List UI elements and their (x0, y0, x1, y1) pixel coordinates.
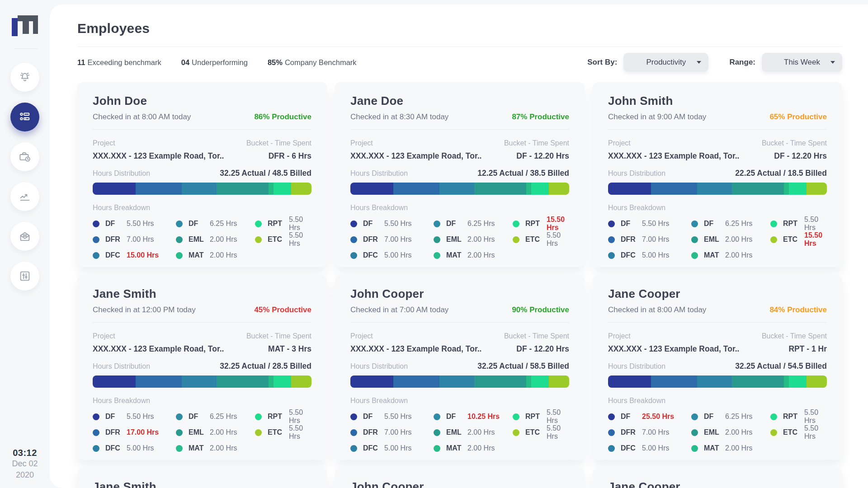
bucket-color-dot (770, 236, 777, 243)
bucket-color-dot (93, 429, 99, 436)
bucket-hours: 2.00 Hrs (210, 444, 237, 452)
range-dropdown[interactable]: This Week (762, 53, 842, 72)
bucket-color-dot (434, 252, 440, 259)
employee-card[interactable]: John Cooper Checked in at 7:00 AM today … (335, 275, 585, 460)
hours-breakdown-label: Hours Breakdown (350, 204, 569, 212)
breakdown-item: DFR7.00 Hrs (608, 427, 691, 438)
bucket-value: DF - 12.20 Hrs (516, 344, 569, 354)
bucket-hours: 5.50 Hrs (384, 220, 411, 228)
breakdown-item: DF5.50 Hrs (608, 218, 691, 230)
bucket-code: EML (704, 235, 725, 244)
breakdown-item: DF6.25 Hrs (176, 411, 255, 422)
hours-breakdown-legend: DF5.50 HrsDFR7.00 HrsDFC5.00 HrsDF6.25 H… (350, 218, 569, 261)
hours-breakdown-label: Hours Breakdown (608, 397, 827, 405)
bucket-color-dot (176, 221, 183, 227)
bucket-code: EML (446, 428, 467, 436)
breakdown-item: EML2.00 Hrs (434, 234, 513, 245)
distribution-segment (393, 375, 440, 388)
distribution-segment (651, 375, 698, 388)
bucket-color-dot (608, 252, 615, 259)
hours-distribution-bar (93, 183, 311, 195)
bucket-code: EML (704, 428, 725, 436)
employee-card[interactable]: John Smith Checked in at 9:00 AM today 6… (593, 82, 842, 267)
bucket-code: ETC (525, 235, 547, 244)
nav-analytics[interactable] (10, 182, 39, 211)
nav-employees[interactable] (10, 103, 39, 131)
distribution-segment (182, 375, 217, 388)
employee-card[interactable]: Jane Cooper (593, 468, 842, 488)
bucket-color-dot (770, 413, 777, 420)
employee-card[interactable]: Jane Smith (77, 468, 327, 488)
card-divider (350, 322, 569, 323)
hours-distribution-bar (93, 375, 311, 388)
bucket-color-dot (176, 252, 183, 259)
bucket-hours: 5.00 Hrs (384, 251, 411, 259)
app-logo[interactable] (12, 15, 39, 36)
bucket-color-dot (691, 429, 698, 436)
bucket-hours: 5.00 Hrs (127, 444, 154, 452)
bucket-hours: 5.50 Hrs (547, 408, 569, 425)
employee-card[interactable]: Jane Doe Checked in at 8:30 AM today 87%… (335, 82, 585, 267)
checked-in-time: Checked in at 9:00 AM today (608, 113, 706, 122)
productivity-badge: 86% Productive (254, 113, 311, 122)
employee-list-icon (18, 110, 32, 124)
bucket-color-dot (176, 236, 183, 243)
bucket-code: RPT (268, 220, 289, 228)
breakdown-item: DF6.25 Hrs (691, 411, 770, 422)
bucket-code: RPT (783, 413, 804, 421)
nav-work-time[interactable] (10, 142, 39, 171)
project-label: Project (608, 139, 631, 147)
bucket-color-dot (93, 221, 99, 227)
employee-name: Jane Smith (93, 480, 311, 488)
bucket-color-dot (608, 429, 615, 436)
bucket-code: DFR (105, 428, 127, 436)
hours-breakdown-legend: DF5.50 HrsDFR7.00 HrsDFC5.00 HrsDF6.25 H… (608, 218, 827, 261)
bucket-code: ETC (783, 235, 804, 244)
employee-card[interactable]: Jane Smith Checked in at 12:00 PM today … (77, 275, 327, 460)
bucket-code: DFC (105, 251, 127, 259)
bucket-hours: 7.00 Hrs (642, 428, 669, 436)
bucket-hours: 15.00 Hrs (127, 251, 159, 259)
breakdown-item: DFC5.00 Hrs (350, 442, 434, 454)
stat-exceeding-value: 11 (77, 58, 85, 66)
employee-card[interactable]: John Doe Checked in at 8:00 AM today 86%… (77, 82, 327, 267)
sort-by-value: Productivity (646, 58, 686, 67)
nav-notifications[interactable] (10, 63, 39, 92)
project-value: XXX.XXX - 123 Example Road, Tor.. (93, 344, 224, 354)
bucket-hours: 5.50 Hrs (804, 408, 827, 425)
distribution-segment (291, 183, 311, 195)
bucket-hours: 6.25 Hrs (210, 220, 237, 228)
bucket-label: Bucket - Time Spent (246, 139, 311, 147)
stat-underperforming-label: Underperforming (192, 58, 248, 66)
mail-icon (18, 230, 32, 243)
bucket-hours: 5.50 Hrs (289, 424, 311, 441)
actual-billed-value: 32.25 Actual / 28.5 Billed (220, 361, 311, 371)
bucket-hours: 5.50 Hrs (127, 220, 154, 228)
bucket-label: Bucket - Time Spent (246, 332, 311, 340)
range-value: This Week (784, 58, 820, 67)
bucket-code: MAT (704, 251, 725, 259)
bucket-hours: 6.25 Hrs (467, 220, 495, 228)
distribution-segment (291, 375, 311, 388)
bucket-code: DF (105, 413, 127, 421)
employee-card[interactable]: Jane Cooper Checked in at 8:00 AM today … (593, 275, 842, 460)
bucket-code: DF (446, 220, 467, 228)
sort-by-dropdown[interactable]: Productivity (623, 53, 708, 72)
distribution-segment (217, 375, 269, 388)
bucket-color-dot (93, 252, 99, 259)
project-label: Project (93, 332, 115, 340)
distribution-segment (136, 375, 182, 388)
employee-name: Jane Cooper (608, 480, 827, 488)
distribution-segment (217, 183, 269, 195)
nav-settings[interactable] (10, 262, 39, 291)
checked-in-time: Checked in at 8:00 AM today (93, 113, 191, 122)
productivity-badge: 90% Productive (512, 305, 569, 314)
nav-messages[interactable] (10, 222, 39, 251)
breakdown-item: DFC5.00 Hrs (350, 249, 434, 261)
employee-card[interactable]: John Cooper (335, 468, 585, 488)
page-title: Employees (77, 21, 842, 36)
bucket-hours: 5.00 Hrs (642, 251, 669, 259)
bucket-code: DF (704, 413, 725, 421)
project-label: Project (350, 139, 373, 147)
sidebar-clock: 03:12 Dec 02 2020 (0, 448, 50, 481)
